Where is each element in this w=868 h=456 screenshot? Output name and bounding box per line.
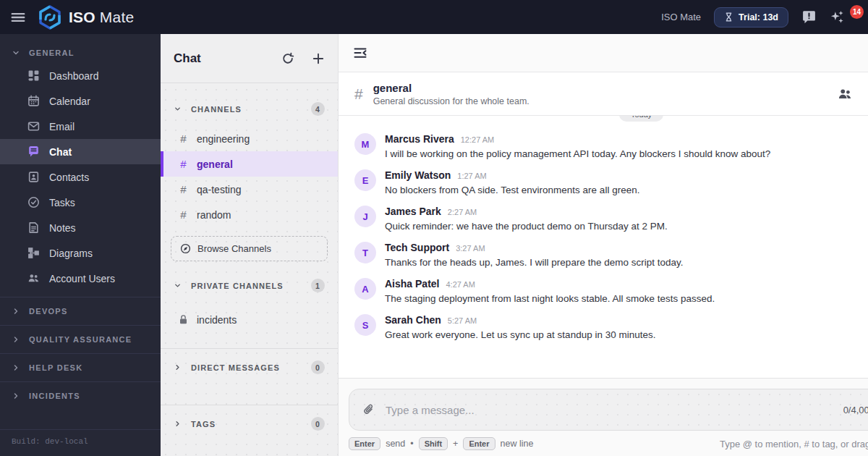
hamburger-menu-icon[interactable]: [10, 9, 26, 25]
hourglass-icon: [724, 12, 733, 22]
chevron-down-icon: [174, 282, 182, 290]
hint-separator: •: [410, 439, 413, 449]
sidebar-collapsed-section[interactable]: HELP DESK: [0, 353, 161, 381]
logo-hexagon-icon: [38, 5, 62, 30]
chat-main-area: # general General discussion for the who…: [339, 34, 868, 456]
message-list: Today M Marcus Rivera 12:27 AM I will be…: [339, 116, 868, 378]
message-timestamp: 3:27 AM: [456, 244, 485, 253]
sparkles-icon[interactable]: [830, 9, 845, 25]
sidebar-collapsed-section[interactable]: DEVOPS: [0, 297, 161, 325]
compass-icon: [180, 243, 191, 254]
message-row[interactable]: A Aisha Patel 4:27 AM The staging deploy…: [354, 278, 852, 304]
composer-hints: Enter send • Shift + Enter new line Type…: [349, 437, 868, 450]
sidebar-item-label: Chat: [49, 146, 72, 158]
chevron-right-icon: [12, 307, 20, 316]
sidebar-item-label: Contacts: [49, 172, 89, 183]
chevron-right-icon: [174, 420, 182, 428]
message-row[interactable]: T Tech Support 3:27 AM Thanks for the he…: [354, 242, 852, 268]
avatar: J: [354, 206, 376, 227]
direct-messages-section-header[interactable]: DIRECT MESSAGES 0: [161, 355, 338, 380]
tasks-icon: [27, 196, 40, 208]
sidebar-section-general[interactable]: GENERAL: [0, 43, 161, 63]
sidebar-collapsed-groups: DEVOPS QUALITY ASSURANCE HELP DESK INCID…: [0, 297, 161, 410]
message-row[interactable]: E Emily Watson 1:27 AM No blockers from …: [354, 169, 852, 195]
sidebar-item[interactable]: Chat: [0, 139, 161, 164]
chevron-down-icon: [12, 48, 20, 57]
channel-name: incidents: [197, 314, 237, 326]
message-author: Sarah Chen: [385, 314, 441, 326]
members-icon[interactable]: [838, 87, 852, 101]
sidebar-item[interactable]: Tasks: [0, 190, 161, 215]
sidebar-item[interactable]: Dashboard: [0, 63, 161, 88]
message-text: Thanks for the heads up, James. I will p…: [385, 257, 683, 268]
app-title: ISO Mate: [69, 9, 134, 26]
chevron-right-icon: [12, 335, 20, 344]
message-input[interactable]: Type a message... 0/4,000: [349, 389, 868, 431]
users-icon: [27, 272, 40, 284]
message-author: Aisha Patel: [385, 278, 439, 290]
channel-item[interactable]: # random: [161, 202, 338, 227]
sidebar-item[interactable]: Account Users: [0, 266, 161, 291]
hash-icon: #: [178, 132, 189, 145]
message-timestamp: 2:27 AM: [448, 208, 477, 216]
browse-channels-label: Browse Channels: [197, 243, 271, 254]
sidebar-item-label: Account Users: [49, 273, 115, 284]
feedback-icon[interactable]: [801, 9, 817, 25]
private-channel-item[interactable]: incidents: [161, 307, 338, 332]
add-channel-icon[interactable]: [312, 52, 325, 65]
channel-item[interactable]: # general: [161, 151, 338, 177]
notification-count-badge: 14: [850, 5, 864, 19]
attachment-paperclip-icon[interactable]: [362, 403, 375, 416]
private-channels-section-header[interactable]: PRIVATE CHANNELS 1: [161, 273, 338, 298]
chat-toolbar: [339, 34, 868, 72]
sidebar-item[interactable]: Email: [0, 114, 161, 139]
direct-messages-label: DIRECT MESSAGES: [191, 363, 280, 372]
message-timestamp: 4:27 AM: [446, 280, 475, 289]
sidebar-item-label: Tasks: [49, 197, 75, 208]
main-sidebar: GENERAL Dashboard Calendar Email: [0, 34, 161, 456]
channel-header-name: general: [373, 81, 529, 96]
chevron-right-icon: [12, 363, 20, 372]
message-row[interactable]: J James Park 2:27 AM Quick reminder: we …: [354, 206, 852, 232]
newline-hint-label: new line: [501, 439, 534, 449]
message-text: No blockers from QA side. Test environme…: [385, 185, 639, 195]
sidebar-collapsed-section[interactable]: INCIDENTS: [0, 381, 161, 410]
sidebar-collapsed-section-label: HELP DESK: [29, 363, 82, 372]
channel-name: random: [197, 209, 231, 221]
app-logo: ISO Mate: [38, 5, 134, 30]
avatar: S: [354, 314, 376, 336]
channel-header: # general General discussion for the who…: [339, 72, 868, 116]
channels-section-header[interactable]: CHANNELS 4: [161, 96, 338, 122]
contacts-icon: [27, 171, 40, 183]
collapse-panel-icon[interactable]: [353, 46, 367, 60]
sidebar-item[interactable]: Contacts: [0, 164, 161, 190]
message-author: Marcus Rivera: [385, 133, 454, 145]
sidebar-item-label: Notes: [49, 222, 76, 234]
sidebar-collapsed-section[interactable]: QUALITY ASSURANCE: [0, 325, 161, 353]
message-author: Emily Watson: [385, 169, 451, 181]
hash-icon: #: [354, 85, 363, 103]
chevron-down-icon: [174, 105, 182, 113]
trial-badge[interactable]: Trial: 13d: [714, 7, 788, 28]
message-composer: Type a message... 0/4,000 Enter send • S…: [339, 378, 868, 456]
message-row[interactable]: M Marcus Rivera 12:27 AM I will be worki…: [354, 133, 852, 159]
tags-section-header[interactable]: TAGS 0: [161, 411, 338, 436]
sidebar-item[interactable]: Notes: [0, 215, 161, 240]
enter-key-hint: Enter: [463, 437, 495, 450]
avatar: T: [354, 242, 376, 263]
sidebar-item[interactable]: Diagrams: [0, 240, 161, 266]
channel-name: general: [197, 159, 233, 170]
channel-item[interactable]: # qa-testing: [161, 177, 338, 202]
hash-icon: #: [178, 183, 189, 195]
browse-channels-button[interactable]: Browse Channels: [171, 236, 328, 261]
chat-icon: [27, 145, 40, 158]
tags-count-badge: 0: [311, 417, 325, 431]
chat-panel-title: Chat: [174, 51, 201, 66]
sidebar-item[interactable]: Calendar: [0, 88, 161, 114]
avatar: E: [354, 169, 376, 191]
chevron-right-icon: [174, 363, 182, 371]
message-input-placeholder: Type a message...: [386, 404, 843, 416]
channel-item[interactable]: # engineering: [161, 126, 338, 151]
message-row[interactable]: S Sarah Chen 5:27 AM Great work everyone…: [354, 314, 852, 340]
refresh-icon[interactable]: [281, 52, 294, 65]
